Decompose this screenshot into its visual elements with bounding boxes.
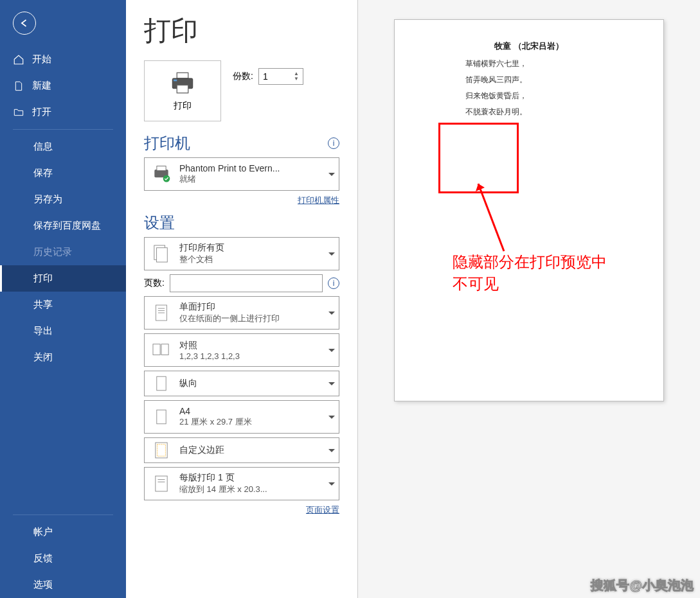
copies-spinner[interactable]: ▲▼	[294, 71, 299, 82]
sidebar-item-share[interactable]: 共享	[0, 292, 126, 318]
svg-rect-14	[161, 344, 168, 355]
sidebar-item-options[interactable]: 选项	[0, 572, 126, 598]
margins-dropdown[interactable]: 自定义边距	[144, 437, 339, 463]
sidebar-item-baidu[interactable]: 保存到百度网盘	[0, 213, 126, 239]
margins-icon	[151, 439, 172, 462]
portrait-icon	[151, 372, 172, 395]
chevron-down-icon	[328, 382, 335, 385]
printer-section-title: 打印机	[144, 133, 190, 154]
pages-info-button[interactable]: i	[328, 277, 339, 289]
svg-rect-16	[157, 410, 166, 424]
sidebar-item-close[interactable]: 关闭	[0, 344, 126, 371]
sidebar-item-info[interactable]: 信息	[0, 134, 126, 160]
copies-value: 1	[263, 71, 268, 82]
chevron-down-icon	[328, 173, 335, 176]
annotation-text: 隐藏部分在打印预览中 不可见	[453, 251, 607, 294]
chevron-down-icon	[328, 349, 335, 352]
sidebar-item-home[interactable]: 开始	[0, 46, 126, 73]
sidebar-item-saveas[interactable]: 另存为	[0, 186, 126, 213]
watermark: 搜狐号@小奥泡泡	[591, 577, 694, 594]
page-setup-link[interactable]: 页面设置	[144, 504, 339, 516]
folder-open-icon	[13, 107, 24, 118]
annotation-box	[438, 123, 519, 193]
collate-icon	[151, 339, 172, 362]
printer-properties-link[interactable]: 打印机属性	[144, 195, 339, 206]
page-title: 打印	[144, 13, 339, 49]
svg-rect-3	[174, 79, 177, 81]
single-side-icon	[151, 301, 172, 324]
sidebar-item-save[interactable]: 保存	[0, 160, 126, 186]
svg-rect-8	[157, 248, 168, 262]
pages-input[interactable]	[170, 274, 323, 292]
sides-dropdown[interactable]: 单面打印 仅在纸面的一侧上进行打印	[144, 296, 339, 330]
pages-icon	[151, 242, 172, 265]
sidebar-item-feedback[interactable]: 反馈	[0, 545, 126, 572]
copies-input[interactable]: 1 ▲▼	[258, 68, 303, 85]
copies-label: 份数:	[233, 71, 253, 82]
svg-rect-0	[177, 73, 188, 78]
paper-size-dropdown[interactable]: A4 21 厘米 x 29.7 厘米	[144, 400, 339, 434]
svg-rect-19	[156, 476, 167, 491]
back-button[interactable]	[13, 12, 36, 35]
print-button[interactable]: 打印	[144, 60, 221, 121]
chevron-down-icon	[328, 449, 335, 452]
back-arrow-icon	[18, 17, 31, 30]
settings-section-title: 设置	[144, 213, 175, 233]
chevron-down-icon	[328, 416, 335, 419]
sidebar-home-label: 开始	[32, 53, 51, 66]
printer-name: Phantom Print to Evern...	[179, 163, 325, 173]
sidebar-item-print[interactable]: 打印	[0, 265, 126, 292]
sidebar-open-label: 打开	[32, 106, 51, 118]
sidebar-new-label: 新建	[32, 80, 51, 92]
chevron-down-icon	[328, 252, 335, 256]
pages-per-sheet-dropdown[interactable]: 每版打印 1 页 缩放到 14 厘米 x 20.3...	[144, 467, 339, 500]
chevron-down-icon	[328, 312, 335, 315]
collate-dropdown[interactable]: 对照 1,2,3 1,2,3 1,2,3	[144, 333, 339, 367]
sidebar-item-export[interactable]: 导出	[0, 318, 126, 344]
svg-rect-13	[153, 344, 160, 355]
new-doc-icon	[13, 80, 24, 92]
printer-dropdown[interactable]: Phantom Print to Evern... 就绪	[144, 157, 339, 191]
printer-status: 就绪	[179, 173, 325, 185]
printer-status-icon	[151, 163, 172, 186]
printer-icon	[169, 71, 196, 95]
print-scope-dropdown[interactable]: 打印所有页 整个文档	[144, 237, 339, 270]
print-settings-panel: 打印 打印 份数: 1 ▲▼ 打印机	[126, 0, 357, 598]
print-preview-area: 牧童 （北宋吕岩） 草铺横野六七里， 笛弄晚风三四声。 归来饱饭黄昏后， 不脱蓑…	[358, 0, 700, 598]
a4-icon	[151, 405, 172, 428]
printer-info-button[interactable]: i	[328, 137, 339, 149]
pages-label: 页数:	[144, 277, 165, 289]
svg-rect-15	[157, 376, 166, 391]
sidebar-item-account[interactable]: 帐户	[0, 519, 126, 545]
svg-rect-2	[177, 85, 188, 92]
sheet-icon	[151, 472, 172, 495]
backstage-sidebar: 开始 新建 打开 信息 保存 另存为 保存到百度网盘 历史记录 打印 共享 导出…	[0, 0, 126, 598]
sidebar-item-new[interactable]: 新建	[0, 73, 126, 99]
print-button-label: 打印	[174, 100, 192, 112]
orientation-dropdown[interactable]: 纵向	[144, 371, 339, 396]
home-icon	[13, 54, 24, 66]
preview-page: 牧童 （北宋吕岩） 草铺横野六七里， 笛弄晚风三四声。 归来饱饭黄昏后， 不脱蓑…	[394, 19, 664, 401]
sidebar-item-history: 历史记录	[0, 239, 126, 265]
svg-rect-5	[157, 166, 166, 171]
sidebar-separator-2	[13, 514, 113, 515]
sidebar-item-open[interactable]: 打开	[0, 99, 126, 125]
main-content: 打印 打印 份数: 1 ▲▼ 打印机	[126, 0, 700, 598]
sidebar-separator-1	[13, 129, 113, 130]
svg-line-22	[478, 184, 504, 251]
doc-title: 牧童 （北宋吕岩）	[440, 40, 618, 52]
chevron-down-icon	[328, 482, 335, 486]
